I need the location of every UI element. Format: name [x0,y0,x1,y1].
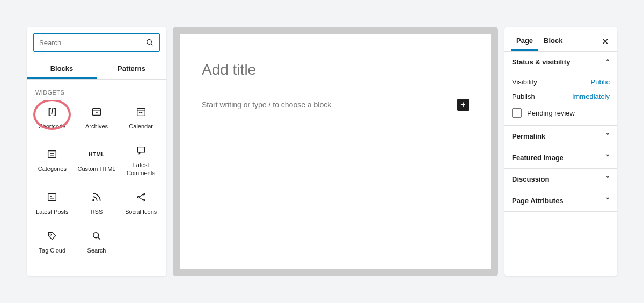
block-label: Calendar [129,122,153,130]
chevron-down-icon: ˅ [606,197,610,205]
svg-rect-5 [137,109,145,116]
block-inserter-panel: Blocks Patterns WIDGETS [/]ShortcodeArch… [27,27,166,276]
tag-cloud-icon [47,229,57,242]
tab-patterns[interactable]: Patterns [97,58,166,79]
search-input[interactable] [39,39,145,47]
block-label: RSS [91,208,103,215]
block-item-latest-posts[interactable]: Latest Posts [30,185,75,221]
block-label: Tag Cloud [39,247,66,254]
block-item-custom-html[interactable]: HTMLCustom HTML [75,139,119,182]
block-label: Shortcode [39,122,65,130]
block-label: Archives [85,122,108,130]
block-item-calendar[interactable]: Calendar [119,100,163,135]
block-label: Latest Posts [36,208,69,215]
section-title: Discussion [512,175,549,183]
search-icon [91,229,102,242]
block-item-archives[interactable]: Archives [75,100,119,135]
svg-point-17 [137,196,139,198]
chevron-down-icon: ˅ [606,175,610,183]
section-page-attributes: Page Attributes˅ [504,190,617,212]
block-label: Latest Comments [121,161,161,177]
svg-point-22 [93,233,99,238]
accordion-toggle-status[interactable]: Status & visibility ˄ [504,52,617,73]
svg-line-19 [139,194,143,197]
close-icon[interactable]: ✕ [599,34,611,49]
chevron-down-icon: ˅ [606,154,610,162]
editor-canvas: Add title Start writing or type / to cho… [180,34,491,269]
section-permalink: Permalink˅ [504,126,617,147]
accordion-toggle[interactable]: Permalink˅ [504,126,617,147]
block-item-rss[interactable]: RSS [75,185,119,221]
shortcode-icon: [/] [48,105,56,118]
add-block-button[interactable]: + [457,99,469,111]
publish-value[interactable]: Immediately [572,92,610,100]
custom-html-icon: HTML [89,148,105,161]
archives-icon [91,105,103,118]
svg-line-1 [151,44,152,45]
rss-icon [91,191,102,204]
svg-point-0 [147,40,152,45]
block-label: Custom HTML [78,165,116,172]
visibility-value[interactable]: Public [591,78,610,86]
publish-label: Publish [512,92,535,100]
title-input[interactable]: Add title [202,61,469,78]
visibility-label: Visibility [512,78,537,86]
svg-point-15 [93,199,94,201]
accordion-toggle[interactable]: Page Attributes˅ [504,190,617,211]
body-placeholder[interactable]: Start writing or type / to choose a bloc… [202,100,331,109]
tab-block[interactable]: Block [538,32,568,51]
social-icon [136,191,147,204]
chevron-down-icon: ˅ [606,132,610,140]
section-title: Status & visibility [512,58,570,66]
block-item-search[interactable]: Search [75,224,119,259]
svg-point-16 [143,193,144,194]
block-item-latest-comments[interactable]: Latest Comments [119,139,163,182]
section-featured-image: Featured image˅ [504,147,617,169]
svg-point-21 [50,234,52,235]
chevron-up-icon: ˄ [606,58,610,66]
pending-review-label: Pending review [527,109,575,117]
latest-comments-icon [135,144,147,157]
block-item-social[interactable]: Social Icons [119,185,163,221]
svg-line-20 [139,198,143,200]
block-label: Categories [38,165,67,172]
block-grid: [/]ShortcodeArchivesCalendarCategoriesHT… [27,100,166,266]
calendar-icon [135,105,147,118]
categories-icon [46,148,58,161]
tab-page[interactable]: Page [511,32,538,51]
svg-rect-9 [48,151,56,158]
section-status-visibility: Status & visibility ˄ Visibility Public … [504,52,617,126]
editor-canvas-frame: Add title Start writing or type / to cho… [173,27,498,276]
tab-blocks[interactable]: Blocks [27,58,97,79]
block-label: Social Icons [125,208,157,215]
block-item-categories[interactable]: Categories [30,139,75,182]
svg-rect-2 [93,109,101,116]
section-label-widgets: WIDGETS [27,80,166,100]
section-title: Page Attributes [512,197,564,205]
search-icon [145,38,154,47]
section-title: Permalink [512,132,545,140]
svg-rect-12 [48,193,56,200]
accordion-toggle[interactable]: Discussion˅ [504,169,617,190]
pending-review-checkbox[interactable] [512,108,522,118]
search-field[interactable] [33,33,160,52]
svg-point-18 [143,199,144,201]
block-item-tag-cloud[interactable]: Tag Cloud [30,224,75,259]
block-label: Search [87,247,106,254]
accordion-toggle[interactable]: Featured image˅ [504,147,617,168]
section-title: Featured image [512,154,564,162]
inserter-tabs: Blocks Patterns [27,58,166,80]
block-item-shortcode[interactable]: [/]Shortcode [30,100,75,135]
svg-line-23 [98,237,100,240]
section-discussion: Discussion˅ [504,169,617,190]
latest-posts-icon [46,191,58,204]
settings-panel: Page Block ✕ Status & visibility ˄ Visib… [504,27,617,276]
settings-tabs: Page Block ✕ [504,27,617,51]
